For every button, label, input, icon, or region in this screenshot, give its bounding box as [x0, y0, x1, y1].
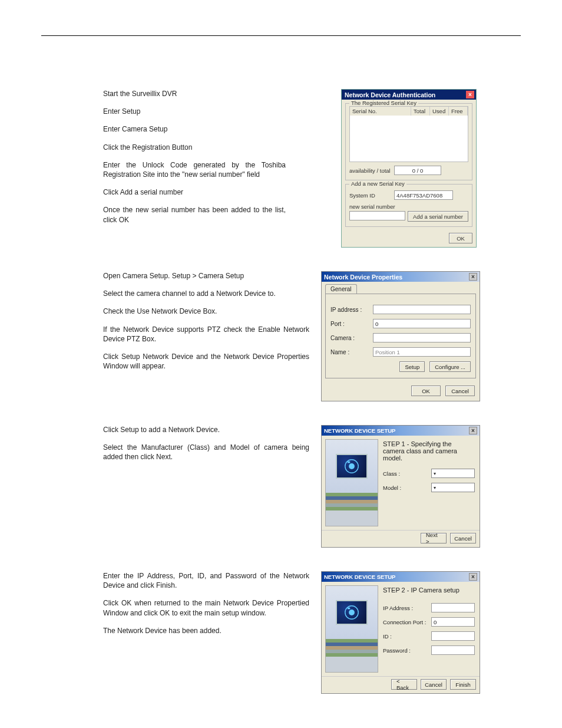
name-input[interactable]: Position 1 — [373, 347, 471, 357]
svg-point-4 — [349, 610, 355, 615]
page-top-rule — [41, 35, 521, 36]
instructions-block-2: Open Camera Setup. Setup > Camera Setup … — [103, 271, 309, 379]
wizard-step-heading: STEP 1 - Specifying the camera class and… — [383, 440, 475, 462]
table-body-empty — [350, 116, 468, 162]
back-button[interactable]: < Back — [391, 679, 417, 690]
wizard-titlebar: NETWORK DEVICE SETUP × — [322, 572, 480, 582]
instr-text: Select the camera channel to add a Netwo… — [103, 289, 309, 298]
cancel-button[interactable]: Cancel — [421, 679, 447, 690]
ip-label: IP address : — [330, 307, 368, 313]
properties-titlebar: Network Device Properties × — [322, 272, 480, 282]
model-select[interactable] — [431, 483, 475, 492]
instructions-block-1: Start the Surveillix DVR Enter Setup Ent… — [103, 89, 286, 233]
svg-point-1 — [349, 463, 355, 469]
class-select[interactable] — [431, 469, 475, 478]
class-label: Class : — [383, 470, 428, 477]
ip-label: IP Address : — [383, 605, 428, 611]
fieldset-legend: The Registered Serial Key — [349, 100, 418, 106]
camera-icon — [343, 458, 361, 475]
instr-text: Click the Registration Button — [103, 143, 286, 152]
auth-dialog-title: Network Device Authentication — [345, 91, 435, 98]
serial-table: Serial No. Total Used Free — [349, 106, 468, 162]
auth-dialog-titlebar: Network Device Authentication × — [342, 90, 476, 100]
port-label: Connection Port : — [383, 619, 428, 625]
cancel-button[interactable]: Cancel — [450, 533, 476, 543]
port-input[interactable]: 0 — [431, 617, 475, 627]
properties-title: Network Device Properties — [324, 274, 402, 281]
cancel-button[interactable]: Cancel — [445, 386, 475, 396]
registered-key-fieldset: The Registered Serial Key Serial No. Tot… — [345, 103, 472, 180]
camera-input[interactable] — [373, 333, 471, 342]
wizard-sidebar-image — [325, 585, 378, 673]
table-header: Serial No. Total Used Free — [350, 107, 468, 116]
instr-text: Once the new serial number has been adde… — [103, 205, 286, 224]
instructions-block-4: Enter the IP Address, Port, ID, and Pass… — [103, 571, 309, 644]
id-input[interactable] — [431, 631, 475, 641]
name-label: Name : — [330, 349, 368, 355]
availability-label: availability / total — [349, 167, 391, 174]
ip-input[interactable] — [431, 603, 475, 612]
camera-icon — [343, 604, 361, 621]
finish-button[interactable]: Finish — [450, 679, 476, 690]
add-serial-button[interactable]: Add a serial number — [408, 211, 468, 222]
properties-body: IP address : Port : 0 Camera : Name : Po… — [325, 294, 476, 378]
model-label: Model : — [383, 485, 428, 491]
password-input[interactable] — [431, 645, 475, 655]
auth-dialog: Network Device Authentication × The Regi… — [341, 89, 477, 248]
instr-text: Enter the Unlock Code generated by the T… — [103, 160, 286, 179]
id-label: ID : — [383, 633, 428, 640]
instructions-block-3: Click Setup to add a Network Device. Sel… — [103, 425, 309, 470]
col-free: Free — [449, 107, 468, 116]
instr-text: Click OK when returned to the main Netwo… — [103, 598, 309, 617]
properties-dialog: Network Device Properties × General IP a… — [321, 271, 480, 401]
instr-text: Check the Use Network Device Box. — [103, 307, 309, 316]
ok-button[interactable]: OK — [411, 386, 441, 396]
ip-input[interactable] — [373, 305, 471, 314]
setup-button[interactable]: Setup — [399, 361, 425, 372]
fieldset-legend: Add a new Serial Key — [349, 180, 406, 187]
instr-text: Select the Manufacturer (Class) and Mode… — [103, 443, 309, 462]
tab-general[interactable]: General — [325, 284, 357, 294]
availability-row: availability / total 0 / 0 — [349, 166, 468, 175]
next-button[interactable]: Next > — [421, 533, 447, 543]
wizard-step1-dialog: NETWORK DEVICE SETUP × — [321, 425, 480, 548]
wizard-titlebar: NETWORK DEVICE SETUP × — [322, 426, 480, 436]
instr-text: Click Setup to add a Network Device. — [103, 425, 309, 434]
wizard-sidebar-image — [325, 439, 378, 526]
col-used: Used — [430, 107, 449, 116]
instr-text: Start the Surveillix DVR — [103, 89, 286, 98]
wizard-step-heading: STEP 2 - IP Camera setup — [383, 587, 475, 594]
system-id-label: System ID — [349, 192, 391, 199]
instr-text: Enter Camera Setup — [103, 124, 286, 134]
system-id-value: 4A48F753AD7608 — [394, 190, 453, 200]
instr-text: The Network Device has been added. — [103, 626, 309, 635]
instr-text: Open Camera Setup. Setup > Camera Setup — [103, 271, 309, 281]
availability-value: 0 / 0 — [394, 166, 441, 175]
new-serial-label: new serial number — [349, 203, 468, 210]
close-icon[interactable]: × — [469, 427, 477, 434]
col-serial: Serial No. — [350, 107, 411, 116]
port-label: Port : — [330, 321, 368, 327]
new-serial-input[interactable] — [349, 211, 405, 220]
add-serial-fieldset: Add a new Serial Key System ID 4A48F753A… — [345, 184, 472, 227]
instr-text: If the Network Device supports PTZ check… — [103, 325, 309, 344]
instr-text: Click Setup Network Device and the Netwo… — [103, 352, 309, 371]
close-icon[interactable]: × — [466, 91, 474, 98]
close-icon[interactable]: × — [469, 273, 477, 281]
wizard-title: NETWORK DEVICE SETUP — [324, 427, 395, 434]
instr-text: Click Add a serial number — [103, 187, 286, 197]
password-label: Password : — [383, 647, 428, 654]
close-icon[interactable]: × — [469, 573, 477, 581]
camera-label: Camera : — [330, 335, 368, 341]
instr-text: Enter Setup — [103, 107, 286, 116]
configure-button[interactable]: Configure ... — [429, 361, 471, 372]
ok-button[interactable]: OK — [449, 233, 472, 243]
port-input[interactable]: 0 — [373, 319, 471, 328]
col-total: Total — [411, 107, 430, 116]
svg-rect-5 — [348, 608, 350, 610]
instr-text: Enter the IP Address, Port, ID, and Pass… — [103, 571, 309, 590]
wizard-step2-dialog: NETWORK DEVICE SETUP × — [321, 571, 480, 694]
svg-rect-2 — [348, 462, 350, 463]
wizard-title: NETWORK DEVICE SETUP — [324, 574, 395, 580]
